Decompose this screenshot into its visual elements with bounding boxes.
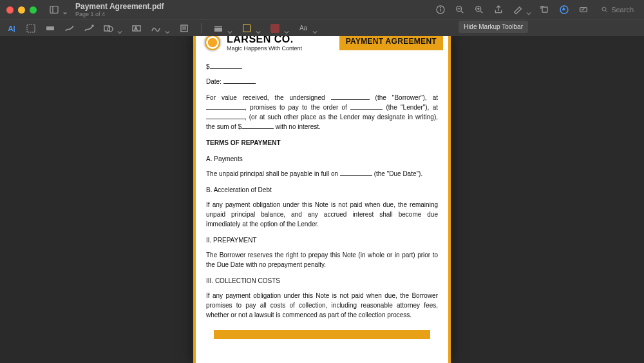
svg-text:A: A [135, 26, 137, 30]
document-viewport[interactable]: LARSEN CO. Magic Happens With Content PA… [0, 36, 644, 363]
highlight-icon[interactable] [512, 4, 524, 15]
shapes-tool-icon[interactable] [103, 23, 113, 34]
terms-heading: TERMS OF REPAYMENT [206, 138, 438, 148]
document-title-block: Payment Agreement.pdf Page 1 of 4 [75, 2, 164, 17]
window-controls [6, 6, 37, 14]
svg-rect-24 [181, 25, 187, 32]
chevron-down-icon[interactable] [227, 26, 232, 31]
svg-rect-17 [27, 25, 35, 32]
stroke-color-swatch[interactable] [242, 23, 252, 34]
chevron-down-icon[interactable] [62, 7, 68, 12]
search-placeholder: Search [611, 6, 634, 14]
maximize-window-button[interactable] [30, 6, 37, 14]
form-icon[interactable] [578, 4, 589, 15]
document-title: Payment Agreement.pdf [75, 2, 164, 11]
section-b-text: If any payment obligation under this Not… [206, 200, 438, 229]
markup-toggle-icon[interactable] [558, 4, 570, 15]
svg-point-15 [602, 7, 606, 11]
svg-line-16 [606, 11, 608, 13]
page-indicator: Page 1 of 4 [75, 11, 164, 17]
text-tool-icon[interactable]: A| [6, 23, 17, 34]
section-ii-heading: II. PREPAYMENT [206, 235, 438, 245]
section-iii-text: If any payment obligation under this Not… [206, 291, 438, 320]
company-name: LARSEN CO. [227, 36, 302, 45]
chevron-down-icon[interactable] [256, 26, 261, 31]
chevron-down-icon[interactable] [117, 26, 122, 31]
search-input[interactable]: Search [597, 5, 638, 15]
note-tool-icon[interactable] [179, 23, 189, 34]
svg-point-19 [92, 25, 93, 26]
toolbar-right: Search [435, 4, 638, 15]
svg-rect-18 [46, 26, 54, 30]
intro-paragraph: For value received, the undersigned (the… [206, 93, 438, 132]
section-iii-heading: III. COLLECTION COSTS [206, 276, 438, 286]
search-icon [601, 6, 609, 14]
document-banner: PAYMENT AGREEMENT [339, 36, 443, 50]
text-box-tool-icon[interactable]: A [131, 23, 142, 34]
fill-color-swatch[interactable] [270, 23, 280, 34]
date-line: Date: [206, 77, 438, 86]
redact-tool-icon[interactable] [45, 23, 55, 34]
tooltip: Hide Markup Toolbar [459, 21, 528, 33]
share-icon[interactable] [493, 4, 504, 15]
section-ii-text: The Borrower reserves the right to prepa… [206, 250, 438, 270]
svg-rect-12 [542, 7, 547, 12]
chevron-down-icon[interactable] [526, 7, 531, 12]
company-logo [204, 36, 222, 52]
pdf-page: LARSEN CO. Magic Happens With Content PA… [193, 36, 451, 363]
document-body: $ Date: For value received, the undersig… [196, 52, 448, 344]
svg-point-21 [108, 26, 113, 32]
info-icon[interactable] [435, 4, 446, 15]
titlebar: Payment Agreement.pdf Page 1 of 4 [0, 0, 644, 19]
close-window-button[interactable] [6, 6, 14, 14]
rotate-icon[interactable] [539, 4, 551, 15]
chevron-down-icon[interactable] [284, 26, 289, 31]
section-a-heading: A. Payments [206, 154, 438, 164]
markup-toolbar: A| A Aa [0, 19, 644, 36]
draw-tool-icon[interactable] [84, 23, 94, 34]
amount-line: $ [206, 62, 438, 72]
text-style-icon[interactable]: Aa [298, 23, 308, 34]
company-tagline: Magic Happens With Content [227, 45, 302, 52]
select-tool-icon[interactable] [26, 23, 36, 34]
sketch-tool-icon[interactable] [64, 23, 75, 34]
svg-rect-0 [50, 6, 58, 14]
document-header: LARSEN CO. Magic Happens With Content PA… [196, 36, 448, 52]
chevron-down-icon[interactable] [312, 26, 317, 31]
line-style-icon[interactable] [213, 23, 223, 34]
svg-line-9 [480, 11, 482, 13]
minimize-window-button[interactable] [18, 6, 25, 14]
sign-tool-icon[interactable] [151, 23, 161, 34]
chevron-down-icon[interactable] [165, 26, 170, 31]
toolbar-divider [201, 23, 202, 34]
section-a-text: The unpaid principal shall be payable in… [206, 169, 438, 179]
svg-line-6 [461, 11, 463, 13]
zoom-out-icon[interactable] [454, 4, 466, 15]
footer-divider [214, 330, 430, 339]
svg-point-4 [440, 7, 441, 8]
zoom-in-icon[interactable] [473, 4, 485, 15]
section-b-heading: B. Acceleration of Debt [206, 185, 438, 195]
sidebar-toggle-icon[interactable] [48, 4, 60, 15]
